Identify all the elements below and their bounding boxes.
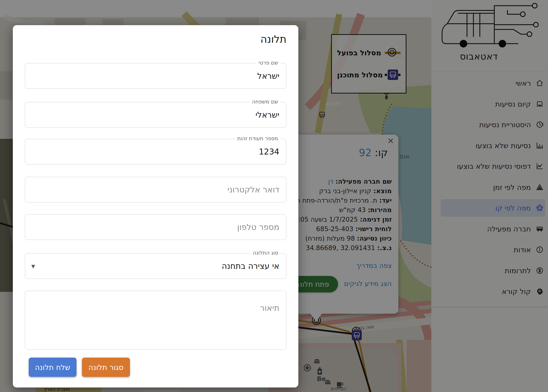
email-placeholder: דואר אלקטרוני: [25, 177, 286, 202]
email-field[interactable]: דואר אלקטרוני: [25, 177, 286, 203]
complaint-type-select[interactable]: סוג התלונה אי עצירה בתחנה ▼: [25, 253, 286, 279]
first-name-value: ישראל: [25, 63, 286, 89]
send-complaint-button[interactable]: שלח תלונה: [29, 357, 77, 377]
phone-field[interactable]: מספר טלפון: [25, 214, 286, 240]
first-name-field[interactable]: שם פרטי ישראל: [25, 63, 286, 89]
description-textarea[interactable]: תיאור: [25, 291, 286, 350]
id-number-value: 1234: [25, 139, 286, 164]
last-name-value: ישראלי: [25, 102, 286, 127]
app-root: Be גרינשפן נווה גנים הטייסים תוצרת הארץ …: [0, 0, 548, 392]
last-name-field[interactable]: שם משפחה ישראלי: [25, 102, 286, 128]
close-complaint-button[interactable]: סגור תלונה: [82, 357, 130, 377]
complaint-type-value: אי עצירה בתחנה: [25, 253, 286, 279]
complaint-modal: תלונה שם פרטי ישראל שם משפחה ישראלי מספר…: [13, 25, 298, 387]
select-caret-icon: ▼: [31, 263, 35, 269]
phone-placeholder: מספר טלפון: [25, 215, 286, 240]
description-placeholder: תיאור: [25, 291, 286, 349]
id-number-field[interactable]: מספר תעודת זהות 1234: [25, 139, 286, 164]
modal-title: תלונה: [260, 33, 287, 45]
